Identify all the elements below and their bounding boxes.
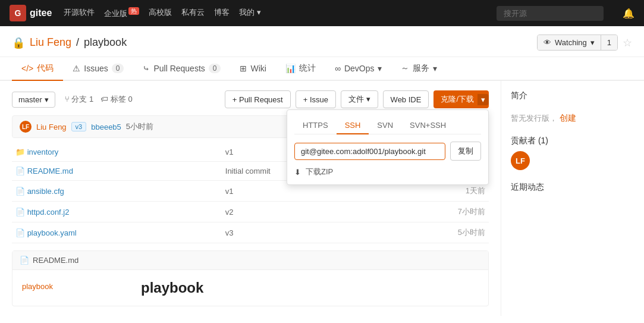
logo-icon: G (10, 5, 26, 21)
commit-author[interactable]: Liu Feng (36, 123, 67, 131)
table-row: 📄 httpd.conf.j2 v2 7小时前 (12, 202, 489, 222)
tab-pulls-label: Pull Requests (153, 64, 205, 73)
sidebar-contributors: 贡献者 (1) LF (511, 136, 634, 170)
file-button[interactable]: 文件 ▾ (341, 90, 378, 108)
webide-button[interactable]: Web IDE (383, 90, 429, 108)
file-icon: 📄 (15, 208, 25, 217)
clone-copy-button[interactable]: 复制 (450, 142, 481, 161)
clone-url-input[interactable] (294, 143, 445, 160)
chevron-file-icon: ▾ (366, 95, 370, 104)
file-time: 7小时前 (382, 202, 489, 222)
clone-tab-ssh[interactable]: SSH (337, 117, 369, 134)
nav-private[interactable]: 私有云 (181, 7, 205, 19)
clone-protocol-tabs: HTTPS SSH SVN SVN+SSH (294, 117, 481, 134)
chevron-branch-icon: ▾ (45, 95, 49, 104)
tab-devops[interactable]: ∞ DevOps ▾ (325, 57, 392, 81)
nav-blog[interactable]: 博客 (214, 7, 230, 19)
repo-main-panel: master ▾ ⑂ 分支 1 🏷 标签 0 + Pull Request + … (0, 81, 501, 316)
file-message: v3 (222, 222, 382, 243)
logo[interactable]: G gitee (10, 5, 52, 21)
create-release-link[interactable]: 创建 (560, 113, 576, 123)
issue-button[interactable]: + Issue (296, 90, 336, 108)
repo-tabs: </> 代码 ⚠ Issues 0 ⤷ Pull Requests 0 ⊞ Wi… (0, 57, 644, 81)
file-time: 5小时前 (382, 222, 489, 243)
service-icon: ～ (401, 63, 409, 74)
toc-link[interactable]: playbook (22, 282, 53, 291)
logo-text: gitee (30, 8, 52, 18)
file-icon: 📄 (15, 187, 25, 196)
clone-tab-https[interactable]: HTTPS (294, 117, 337, 134)
watch-button-group: 👁 Watching ▾ 1 (537, 35, 618, 51)
sidebar-releases: 暂无发行版， 创建 (511, 113, 634, 124)
commit-tag: v3 (71, 122, 87, 131)
file-link[interactable]: playbook.yaml (27, 228, 77, 237)
hot-badge: 热 (128, 7, 139, 15)
nav-opensource[interactable]: 开源软件 (64, 7, 95, 19)
file-link[interactable]: README.md (27, 167, 73, 175)
watch-count[interactable]: 1 (601, 35, 617, 50)
clone-tab-svn[interactable]: SVN (369, 117, 401, 134)
tags-count: 🏷 标签 0 (100, 94, 132, 105)
activity-title: 近期动态 (511, 182, 634, 193)
folder-icon: 📁 (15, 148, 25, 156)
branch-selector[interactable]: master ▾ (12, 92, 55, 108)
repo-toolbar: master ▾ ⑂ 分支 1 🏷 标签 0 + Pull Request + … (12, 90, 489, 108)
commit-hash[interactable]: bbeeeb5 (91, 123, 121, 131)
watch-label: Watching (555, 38, 587, 47)
readme-section: 📄 README.md playbook playbook (12, 250, 489, 306)
contributor-avatar[interactable]: LF (511, 151, 530, 170)
nav-my[interactable]: 我的 ▾ (239, 7, 261, 19)
file-link[interactable]: ansible.cfg (27, 187, 64, 196)
watch-button[interactable]: 👁 Watching ▾ (538, 35, 601, 50)
repo-owner-link[interactable]: Liu Feng (30, 36, 71, 49)
pull-request-button[interactable]: + Pull Request (225, 90, 291, 108)
nav-links: 开源软件 企业版热 高校版 私有云 博客 我的 ▾ (64, 7, 261, 19)
search-area (497, 6, 604, 21)
tag-icon: 🏷 (100, 95, 108, 104)
clone-tab-svnplusssh[interactable]: SVN+SSH (401, 117, 454, 134)
chevron-clone-icon: ▾ (477, 94, 489, 105)
nav-enterprise[interactable]: 企业版热 (104, 7, 139, 19)
search-input[interactable] (497, 6, 604, 21)
clone-dropdown-menu: HTTPS SSH SVN SVN+SSH 复制 ⬇ (287, 109, 489, 185)
tab-pulls[interactable]: ⤷ Pull Requests 0 (133, 57, 230, 81)
sidebar-activity: 近期动态 (511, 182, 634, 193)
code-icon: </> (21, 64, 33, 73)
star-button[interactable]: ☆ (623, 36, 632, 49)
toolbar-right: + Pull Request + Issue 文件 ▾ Web IDE 克隆/下… (225, 90, 489, 108)
file-icon: 📄 (15, 228, 25, 237)
tab-wiki-label: Wiki (250, 64, 266, 73)
branch-name: master (18, 95, 42, 104)
bell-icon[interactable]: 🔔 (623, 8, 634, 19)
download-icon: ⬇ (294, 168, 301, 177)
wiki-icon: ⊞ (240, 64, 247, 73)
devops-icon: ∞ (335, 64, 341, 73)
tab-wiki[interactable]: ⊞ Wiki (230, 57, 275, 81)
tab-code-label: 代码 (37, 63, 54, 74)
readme-icon: 📄 (20, 256, 29, 265)
lock-icon: 🔒 (12, 36, 25, 49)
tab-issues[interactable]: ⚠ Issues 0 (63, 57, 133, 81)
download-zip-link[interactable]: ⬇ 下载ZIP (294, 167, 481, 177)
nav-university[interactable]: 高校版 (149, 7, 172, 19)
file-link[interactable]: httpd.conf.j2 (27, 208, 70, 217)
eye-icon: 👁 (544, 38, 551, 47)
page-container: 🔒 Liu Feng / playbook 👁 Watching ▾ 1 ☆ <… (0, 26, 644, 323)
tab-code[interactable]: </> 代码 (12, 57, 63, 81)
readme-toc: playbook (22, 280, 129, 296)
file-message: v2 (222, 202, 382, 222)
readme-title: README.md (33, 256, 78, 265)
file-link[interactable]: inventory (27, 148, 59, 156)
sidebar-intro-title: 简介 (511, 90, 634, 101)
tab-stats[interactable]: 📊 统计 (276, 57, 325, 81)
repo-name-link[interactable]: playbook (84, 36, 127, 49)
stats-icon: 📊 (285, 64, 296, 73)
readme-heading: playbook (141, 280, 479, 296)
file-icon: 📄 (15, 167, 25, 175)
clone-button[interactable]: 克隆/下载 ▾ (433, 90, 489, 108)
pull-icon: ⤷ (143, 64, 150, 73)
tab-service[interactable]: ～ 服务 ▾ (391, 57, 447, 81)
readme-body: playbook (141, 280, 479, 296)
commit-avatar: LF (20, 121, 32, 133)
tab-service-label: 服务 (413, 63, 429, 74)
